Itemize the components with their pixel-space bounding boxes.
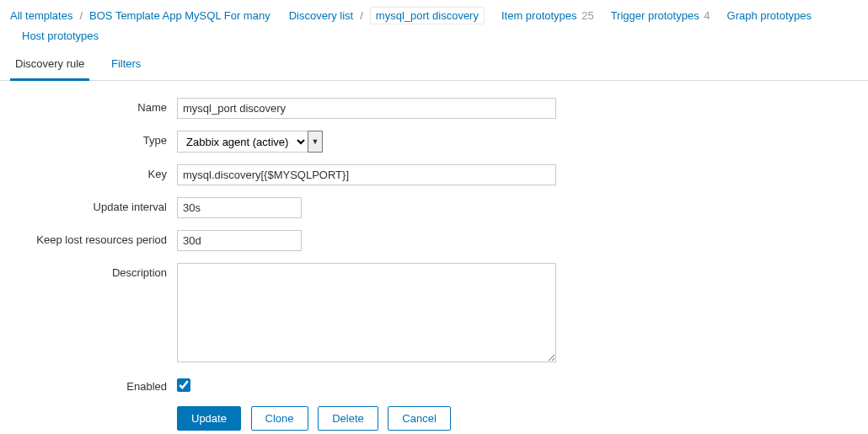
type-select[interactable]: Zabbix agent (active) (177, 131, 308, 153)
label-update-interval: Update interval (8, 197, 177, 213)
label-description: Description (8, 263, 177, 279)
breadcrumb-discovery-list[interactable]: Discovery list (289, 9, 354, 22)
count-badge: 4 (704, 9, 710, 22)
description-textarea[interactable] (177, 263, 556, 362)
delete-button[interactable]: Delete (318, 406, 378, 431)
enabled-checkbox[interactable] (177, 378, 190, 392)
update-button[interactable]: Update (177, 406, 241, 431)
top-navigation: All templates / BOS Template App MySQL F… (0, 0, 868, 49)
count-badge: 25 (581, 9, 593, 22)
form-area: Name Type Zabbix agent (active) ▼ Key Up… (0, 81, 868, 434)
name-input[interactable] (177, 98, 556, 119)
label-name: Name (8, 98, 177, 114)
clone-button[interactable]: Clone (251, 406, 308, 431)
label-type: Type (8, 131, 177, 147)
key-input[interactable] (177, 164, 556, 185)
nav-host-prototypes[interactable]: Host prototypes (22, 29, 99, 42)
cancel-button[interactable]: Cancel (388, 406, 450, 431)
update-interval-input[interactable] (177, 197, 302, 218)
chevron-down-icon[interactable]: ▼ (308, 131, 323, 153)
keep-lost-input[interactable] (177, 230, 302, 251)
label-keep-lost: Keep lost resources period (8, 230, 177, 246)
nav-graph-prototypes[interactable]: Graph prototypes (727, 9, 812, 22)
tab-discovery-rule[interactable]: Discovery rule (10, 51, 89, 81)
label-key: Key (8, 164, 177, 180)
tab-filters[interactable]: Filters (106, 51, 146, 78)
label-enabled: Enabled (8, 377, 177, 393)
tabs-bar: Discovery rule Filters (0, 51, 868, 81)
breadcrumb-separator: / (360, 9, 363, 22)
breadcrumb-current: mysql_port discovery (370, 7, 485, 24)
breadcrumb-all-templates[interactable]: All templates (10, 9, 72, 22)
breadcrumb-template[interactable]: BOS Template App MySQL For many (89, 9, 271, 22)
nav-item-prototypes[interactable]: Item prototypes 25 (501, 9, 594, 22)
breadcrumb-separator: / (79, 9, 83, 22)
nav-trigger-prototypes[interactable]: Trigger prototypes 4 (611, 9, 710, 22)
